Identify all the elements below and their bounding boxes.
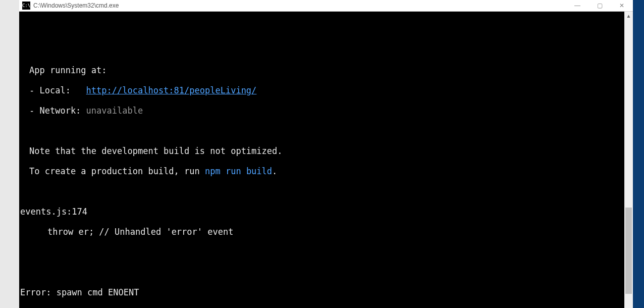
local-url-link[interactable]: http://localhost:81/peopleLiving/ <box>86 85 257 95</box>
terminal-line: App running at: <box>20 65 623 75</box>
terminal-line <box>20 25 623 35</box>
terminal-output[interactable]: App running at: - Local: http://localhos… <box>19 12 624 308</box>
vertical-scrollbar[interactable]: ▲ <box>624 12 633 308</box>
desktop-bg-left <box>0 0 19 308</box>
window-title: C:\Windows\System32\cmd.exe <box>33 2 119 9</box>
maximize-button[interactable]: ▢ <box>588 0 611 11</box>
terminal-line: events.js:174 <box>20 207 623 217</box>
close-button[interactable]: ✕ <box>611 0 633 11</box>
app-icon: C:\ <box>22 2 30 10</box>
terminal-line <box>20 126 623 136</box>
scrollbar-track[interactable] <box>624 20 633 308</box>
titlebar[interactable]: C:\ C:\Windows\System32\cmd.exe — ▢ ✕ <box>19 0 633 12</box>
terminal-line <box>20 247 623 257</box>
cmd-window: C:\ C:\Windows\System32\cmd.exe — ▢ ✕ Ap… <box>19 0 633 308</box>
desktop-bg-right <box>633 0 644 308</box>
scroll-up-arrow-icon[interactable]: ▲ <box>624 12 633 20</box>
terminal-line <box>20 267 623 277</box>
scrollbar-thumb[interactable] <box>625 208 632 294</box>
terminal-line <box>20 186 623 196</box>
terminal-line: Note that the development build is not o… <box>20 146 623 156</box>
terminal-line: Error: spawn cmd ENOENT <box>20 287 623 297</box>
terminal-line <box>20 45 623 55</box>
terminal-line: - Network: unavailable <box>20 106 623 116</box>
terminal-line: - Local: http://localhost:81/peopleLivin… <box>20 85 623 95</box>
minimize-button[interactable]: — <box>566 0 588 11</box>
terminal-line: throw er; // Unhandled 'error' event <box>20 227 623 237</box>
terminal-line: To create a production build, run npm ru… <box>20 166 623 176</box>
